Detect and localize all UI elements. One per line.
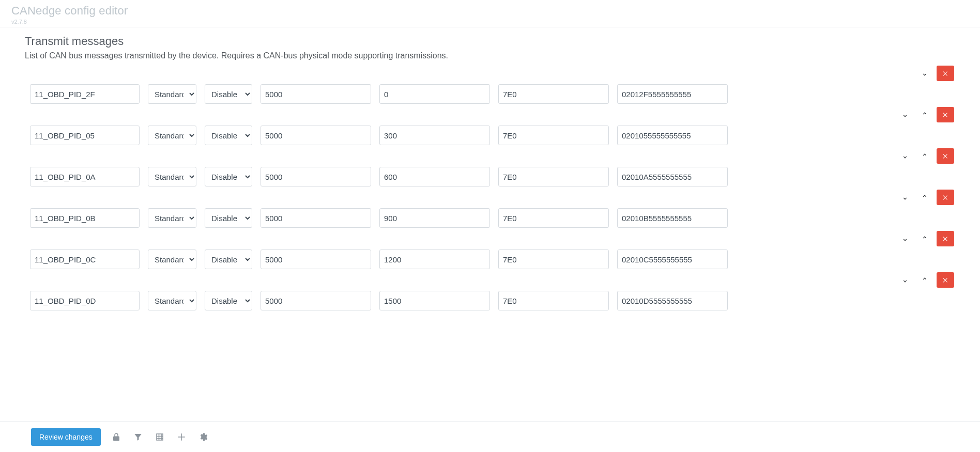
state-select[interactable]: DisableEnable (205, 167, 252, 186)
move-up-button[interactable] (917, 272, 932, 288)
name-input[interactable] (30, 250, 140, 269)
row-controls (25, 272, 955, 288)
transmit-row: StandardExtendedDisableEnable (25, 231, 955, 269)
data-bytes-input[interactable] (617, 84, 728, 104)
transmit-row: StandardExtendedDisableEnable (25, 148, 955, 186)
name-input[interactable] (30, 208, 140, 228)
can-id-input[interactable] (498, 208, 609, 228)
move-down-button[interactable] (917, 66, 932, 81)
delay-input[interactable] (379, 208, 490, 228)
lock-icon[interactable] (110, 431, 122, 443)
name-input[interactable] (30, 291, 140, 310)
id-format-select[interactable]: StandardExtended (148, 208, 196, 228)
period-input[interactable] (261, 126, 371, 145)
can-id-input[interactable] (498, 291, 609, 310)
gear-icon[interactable] (197, 431, 209, 443)
section-title: Transmit messages (25, 35, 955, 48)
move-down-button[interactable] (897, 148, 913, 164)
delete-row-button[interactable] (937, 231, 954, 246)
data-bytes-input[interactable] (617, 250, 728, 269)
period-input[interactable] (261, 84, 371, 104)
delay-input[interactable] (379, 167, 490, 186)
name-input[interactable] (30, 84, 140, 104)
section-description: List of CAN bus messages transmitted by … (25, 51, 955, 60)
move-down-button[interactable] (897, 107, 913, 122)
period-input[interactable] (261, 250, 371, 269)
transmit-row: StandardExtendedDisableEnable (25, 190, 955, 228)
delay-input[interactable] (379, 250, 490, 269)
id-format-select[interactable]: StandardExtended (148, 250, 196, 269)
filter-icon[interactable] (132, 431, 144, 443)
id-format-select[interactable]: StandardExtended (148, 291, 196, 310)
transmit-row: StandardExtendedDisableEnable (25, 107, 955, 145)
row-controls (25, 190, 955, 205)
data-bytes-input[interactable] (617, 291, 728, 310)
row-controls (25, 231, 955, 246)
period-input[interactable] (261, 208, 371, 228)
data-bytes-input[interactable] (617, 167, 728, 186)
row-fields: StandardExtendedDisableEnable (25, 250, 955, 269)
move-up-button[interactable] (917, 231, 932, 246)
name-input[interactable] (30, 167, 140, 186)
transmit-row: StandardExtendedDisableEnable (25, 272, 955, 310)
row-controls (25, 148, 955, 164)
state-select[interactable]: DisableEnable (205, 126, 252, 145)
can-id-input[interactable] (498, 84, 609, 104)
transmit-rows: StandardExtendedDisableEnableStandardExt… (25, 66, 955, 310)
delete-row-button[interactable] (937, 190, 954, 205)
delete-row-button[interactable] (937, 107, 954, 122)
delay-input[interactable] (379, 126, 490, 145)
move-down-button[interactable] (897, 190, 913, 205)
state-select[interactable]: DisableEnable (205, 208, 252, 228)
page-body: Transmit messages List of CAN bus messag… (0, 27, 980, 420)
review-changes-button[interactable]: Review changes (31, 428, 101, 446)
row-fields: StandardExtendedDisableEnable (25, 291, 955, 310)
delete-row-button[interactable] (937, 272, 954, 288)
state-select[interactable]: DisableEnable (205, 250, 252, 269)
row-fields: StandardExtendedDisableEnable (25, 167, 955, 186)
move-up-button[interactable] (917, 190, 932, 205)
app-title: CANedge config editor (11, 4, 969, 18)
id-format-select[interactable]: StandardExtended (148, 167, 196, 186)
delete-row-button[interactable] (937, 148, 954, 164)
row-fields: StandardExtendedDisableEnable (25, 208, 955, 228)
id-format-select[interactable]: StandardExtended (148, 126, 196, 145)
plus-icon[interactable] (175, 431, 188, 443)
name-input[interactable] (30, 126, 140, 145)
data-bytes-input[interactable] (617, 208, 728, 228)
move-down-button[interactable] (897, 231, 913, 246)
state-select[interactable]: DisableEnable (205, 84, 252, 104)
can-id-input[interactable] (498, 126, 609, 145)
state-select[interactable]: DisableEnable (205, 291, 252, 310)
row-controls (25, 107, 955, 122)
period-input[interactable] (261, 291, 371, 310)
transmit-row: StandardExtendedDisableEnable (25, 66, 955, 104)
app-header: CANedge config editor v2.7.8 (0, 0, 980, 27)
table-icon[interactable] (154, 431, 166, 443)
row-fields: StandardExtendedDisableEnable (25, 126, 955, 145)
row-fields: StandardExtendedDisableEnable (25, 84, 955, 104)
row-controls (25, 66, 955, 81)
period-input[interactable] (261, 167, 371, 186)
move-down-button[interactable] (897, 272, 913, 288)
delay-input[interactable] (379, 84, 490, 104)
can-id-input[interactable] (498, 250, 609, 269)
footer-bar: Review changes (0, 421, 980, 452)
move-up-button[interactable] (917, 148, 932, 164)
id-format-select[interactable]: StandardExtended (148, 84, 196, 104)
move-up-button[interactable] (917, 107, 932, 122)
can-id-input[interactable] (498, 167, 609, 186)
app-version: v2.7.8 (11, 19, 969, 25)
delay-input[interactable] (379, 291, 490, 310)
data-bytes-input[interactable] (617, 126, 728, 145)
delete-row-button[interactable] (937, 66, 954, 81)
